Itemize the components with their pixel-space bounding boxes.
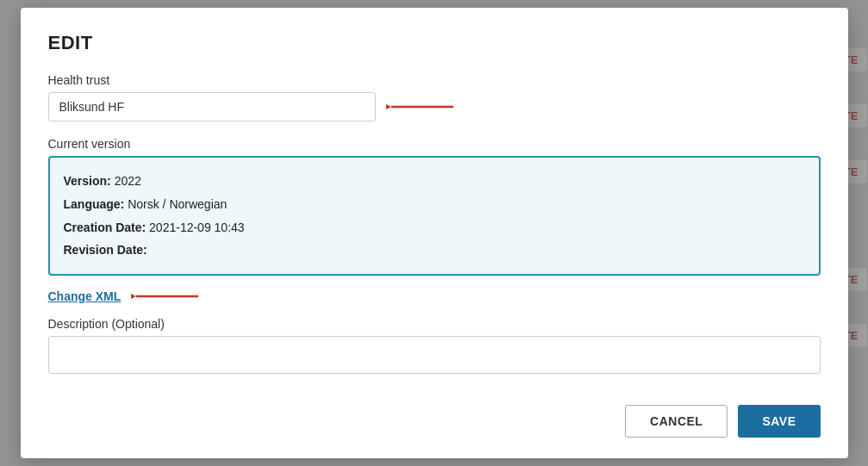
- description-input[interactable]: [48, 336, 821, 374]
- revision-date-key: Revision Date:: [64, 243, 147, 257]
- language-value: Norsk / Norwegian: [128, 197, 227, 211]
- health-trust-arrow: [386, 98, 455, 115]
- language-key: Language:: [64, 197, 125, 211]
- health-trust-row: [48, 92, 821, 121]
- language-row: Language: Norsk / Norwegian: [64, 193, 805, 216]
- description-label: Description (Optional): [48, 317, 821, 331]
- revision-date-row: Revision Date:: [64, 239, 805, 262]
- creation-date-key: Creation Date:: [64, 221, 147, 234]
- change-xml-link[interactable]: Change XML: [48, 289, 122, 303]
- health-trust-input[interactable]: [48, 92, 376, 121]
- creation-date-value: 2021-12-09 10:43: [149, 221, 245, 234]
- creation-date-row: Creation Date: 2021-12-09 10:43: [64, 216, 805, 239]
- current-version-label: Current version: [48, 137, 821, 151]
- health-trust-label: Health trust: [48, 73, 821, 87]
- edit-modal: EDIT Health trust Current version: [21, 8, 848, 457]
- version-value: 2022: [115, 174, 141, 188]
- version-key: Version:: [64, 174, 111, 188]
- change-xml-row: Change XML: [48, 288, 821, 305]
- description-section: Description (Optional): [48, 317, 821, 374]
- modal-backdrop: EDIT Health trust Current version: [0, 0, 868, 466]
- cancel-button[interactable]: CANCEL: [625, 405, 727, 438]
- modal-title: EDIT: [48, 32, 821, 54]
- version-row: Version: 2022: [64, 170, 805, 193]
- modal-footer: CANCEL SAVE: [48, 398, 821, 438]
- version-box: Version: 2022 Language: Norsk / Norwegia…: [48, 156, 821, 275]
- change-xml-arrow: [131, 288, 200, 305]
- current-version-section: Current version Version: 2022 Language: …: [48, 137, 821, 275]
- save-button[interactable]: SAVE: [738, 405, 820, 438]
